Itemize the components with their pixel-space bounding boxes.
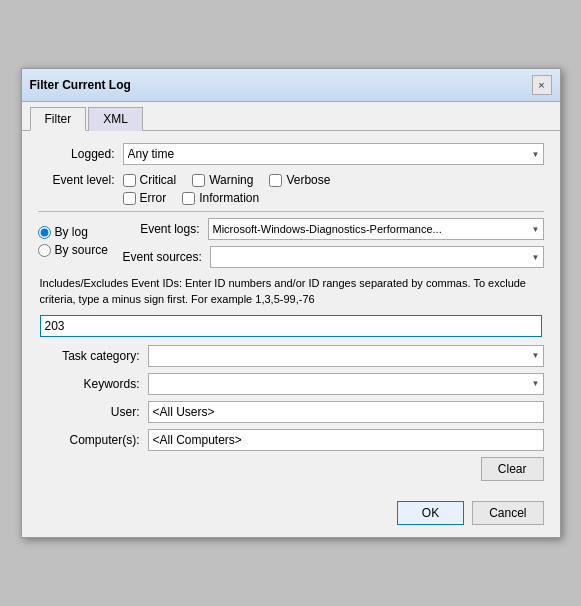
user-label: User: [38,405,148,419]
clear-button[interactable]: Clear [481,457,544,481]
verbose-label: Verbose [286,173,330,187]
event-level-row: Event level: Critical Warning Verbose [38,173,544,205]
by-log-option: By log [38,225,123,239]
checkbox-row-2: Error Information [123,191,347,205]
tab-xml[interactable]: XML [88,107,143,131]
verbose-checkbox-item: Verbose [269,173,330,187]
cancel-button[interactable]: Cancel [472,501,543,525]
warning-checkbox-item: Warning [192,173,253,187]
warning-checkbox[interactable] [192,174,205,187]
task-category-row: Task category: [38,345,544,367]
dialog-footer: OK Cancel [22,493,560,537]
event-id-row [38,315,544,337]
event-level-label: Event level: [38,173,123,187]
task-category-label: Task category: [38,349,148,363]
by-source-option: By source [38,243,123,257]
event-sources-select[interactable] [210,246,544,268]
keywords-select[interactable] [148,373,544,395]
title-bar: Filter Current Log × [22,69,560,102]
tab-filter[interactable]: Filter [30,107,87,131]
checkbox-row-1: Critical Warning Verbose [123,173,347,187]
radio-col: By log By source [38,225,123,261]
clear-row: Clear [38,457,544,481]
critical-checkbox[interactable] [123,174,136,187]
event-logs-select-wrapper: Microsoft-Windows-Diagnostics-Performanc… [208,218,544,240]
event-logs-row: Event logs: Microsoft-Windows-Diagnostic… [123,218,544,240]
close-button[interactable]: × [532,75,552,95]
computer-row: Computer(s): [38,429,544,451]
keywords-row: Keywords: [38,373,544,395]
warning-label: Warning [209,173,253,187]
filter-current-log-dialog: Filter Current Log × Filter XML Logged: … [21,68,561,538]
keywords-label: Keywords: [38,377,148,391]
event-logs-select[interactable]: Microsoft-Windows-Diagnostics-Performanc… [208,218,544,240]
critical-checkbox-item: Critical [123,173,177,187]
user-row: User: [38,401,544,423]
logged-select-wrapper: Any time Last hour Last 12 hours Last 24… [123,143,544,165]
logged-label: Logged: [38,147,123,161]
error-checkbox[interactable] [123,192,136,205]
information-checkbox[interactable] [182,192,195,205]
event-logs-label: Event logs: [123,222,208,236]
checkboxes-container: Critical Warning Verbose Error [123,173,347,205]
error-checkbox-item: Error [123,191,167,205]
logged-select[interactable]: Any time Last hour Last 12 hours Last 24… [123,143,544,165]
critical-label: Critical [140,173,177,187]
task-category-select-wrapper [148,345,544,367]
source-section: By log By source Event logs: Microsoft-W… [38,218,544,268]
user-input[interactable] [148,401,544,423]
by-log-label: By log [55,225,88,239]
task-category-select[interactable] [148,345,544,367]
dialog-title: Filter Current Log [30,78,131,92]
event-sources-row: Event sources: [123,246,544,268]
information-label: Information [199,191,259,205]
tab-bar: Filter XML [22,102,560,131]
by-source-radio[interactable] [38,244,51,257]
event-id-input[interactable] [40,315,542,337]
computer-label: Computer(s): [38,433,148,447]
by-log-radio[interactable] [38,226,51,239]
keywords-select-wrapper [148,373,544,395]
divider-1 [38,211,544,212]
computer-input[interactable] [148,429,544,451]
event-log-source-fields: Event logs: Microsoft-Windows-Diagnostic… [123,218,544,268]
information-checkbox-item: Information [182,191,259,205]
error-label: Error [140,191,167,205]
verbose-checkbox[interactable] [269,174,282,187]
logged-row: Logged: Any time Last hour Last 12 hours… [38,143,544,165]
event-sources-select-wrapper [210,246,544,268]
filter-content: Logged: Any time Last hour Last 12 hours… [22,131,560,493]
ok-button[interactable]: OK [397,501,464,525]
description-text: Includes/Excludes Event IDs: Enter ID nu… [38,276,544,307]
by-source-label: By source [55,243,108,257]
event-sources-label: Event sources: [123,250,210,264]
